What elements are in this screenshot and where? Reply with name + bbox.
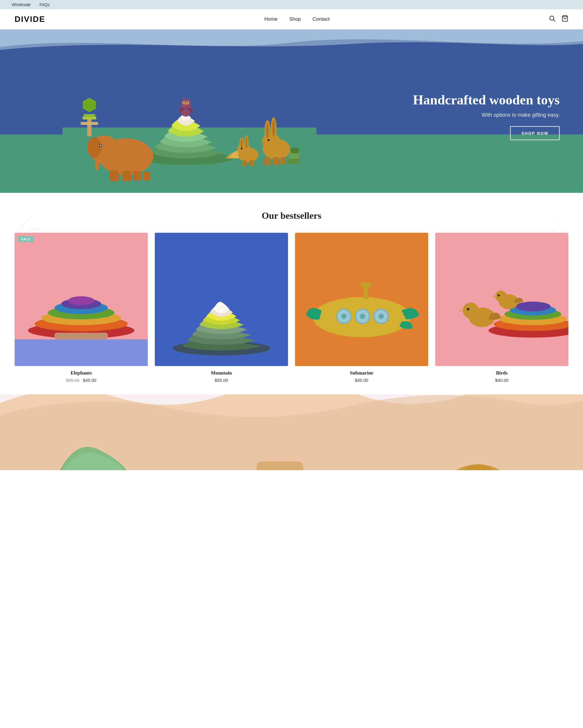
svg-rect-59 xyxy=(55,333,108,339)
svg-point-33 xyxy=(272,120,275,137)
svg-point-15 xyxy=(187,102,188,104)
price-sale-birds: $40.00 xyxy=(495,378,509,383)
svg-rect-7 xyxy=(84,114,95,117)
svg-point-34 xyxy=(268,139,270,141)
product-price-submarine: $45.00 xyxy=(295,378,428,383)
top-bar: Wholesale FAQs xyxy=(0,0,583,9)
product-name-submarine: Submarine xyxy=(295,370,428,376)
svg-point-84 xyxy=(467,308,469,310)
svg-rect-47 xyxy=(249,160,254,166)
svg-point-43 xyxy=(241,139,243,149)
nav-shop[interactable]: Shop xyxy=(289,16,301,22)
svg-rect-5 xyxy=(81,122,98,125)
product-card-submarine[interactable]: Submarine $45.00 xyxy=(295,233,428,383)
nav-home[interactable]: Home xyxy=(265,16,278,22)
product-image-elephants: SALE xyxy=(15,233,148,366)
svg-rect-25 xyxy=(122,171,132,181)
nav-contact[interactable]: Contact xyxy=(312,16,330,22)
svg-rect-46 xyxy=(242,160,247,166)
svg-point-44 xyxy=(245,136,248,148)
svg-point-72 xyxy=(360,314,365,319)
svg-point-80 xyxy=(515,302,551,312)
price-original-elephants: $55.00 xyxy=(66,378,80,383)
svg-point-73 xyxy=(378,314,384,319)
cart-icon[interactable] xyxy=(561,15,568,24)
svg-point-14 xyxy=(183,102,185,104)
product-card-mountain[interactable]: Mountain $55.00 xyxy=(155,233,288,383)
topbar-faqs-link[interactable]: FAQs xyxy=(39,2,50,7)
product-image-mountain xyxy=(155,233,288,366)
svg-rect-26 xyxy=(133,171,141,180)
sale-badge-elephants: SALE xyxy=(18,236,33,242)
header: DIVIDE Home Shop Contact xyxy=(0,9,583,29)
svg-rect-4 xyxy=(87,117,91,136)
svg-point-45 xyxy=(241,148,243,149)
svg-point-11 xyxy=(181,99,191,108)
svg-point-82 xyxy=(463,303,479,318)
hero-subtitle: With options to make gifting easy. xyxy=(413,112,560,118)
product-name-elephants: Elephants xyxy=(15,370,148,376)
product-card-birds[interactable]: Birds $40.00 xyxy=(435,233,568,383)
products-grid: SALE Elephants $55.00 $45.00 xyxy=(15,233,568,383)
svg-marker-18 xyxy=(187,97,190,100)
svg-point-23 xyxy=(100,145,102,147)
svg-rect-38 xyxy=(280,157,286,164)
product-name-birds: Birds xyxy=(435,370,568,376)
svg-rect-48 xyxy=(287,158,300,164)
svg-point-86 xyxy=(495,290,507,302)
topbar-wholesale-link[interactable]: Wholesale xyxy=(12,2,31,7)
bottom-section xyxy=(0,394,583,470)
bestsellers-section: Our bestsellers xyxy=(0,193,583,394)
svg-point-40 xyxy=(237,144,250,155)
svg-rect-90 xyxy=(256,462,303,470)
svg-rect-37 xyxy=(273,157,279,165)
svg-rect-24 xyxy=(110,170,119,181)
svg-rect-27 xyxy=(143,172,150,181)
svg-rect-36 xyxy=(264,157,270,165)
svg-point-32 xyxy=(266,123,269,138)
main-nav: Home Shop Contact xyxy=(265,16,330,22)
hero-content: Handcrafted wooden toys With options to … xyxy=(413,92,560,140)
price-sale-mountain: $55.00 xyxy=(215,378,228,383)
svg-rect-65 xyxy=(348,297,375,311)
product-image-birds xyxy=(435,233,568,366)
product-price-elephants: $55.00 $45.00 xyxy=(15,378,148,383)
header-icons xyxy=(549,15,568,24)
product-card-elephants[interactable]: SALE Elephants $55.00 $45.00 xyxy=(15,233,148,383)
svg-marker-17 xyxy=(182,97,185,100)
product-price-birds: $40.00 xyxy=(435,378,568,383)
search-icon[interactable] xyxy=(549,15,556,24)
price-sale-elephants: $45.00 xyxy=(83,378,96,383)
svg-point-29 xyxy=(262,133,280,149)
price-sale-submarine: $45.00 xyxy=(355,378,368,383)
svg-point-21 xyxy=(87,137,102,158)
svg-rect-6 xyxy=(83,117,96,120)
svg-point-71 xyxy=(341,314,346,319)
svg-marker-8 xyxy=(83,98,96,112)
hero-section: Handcrafted wooden toys With options to … xyxy=(0,29,583,193)
svg-rect-60 xyxy=(15,339,148,366)
bestsellers-title: Our bestsellers xyxy=(15,210,568,221)
svg-point-88 xyxy=(498,294,500,296)
logo[interactable]: DIVIDE xyxy=(15,15,45,24)
toys-scene xyxy=(0,29,379,193)
hero-title: Handcrafted wooden toys xyxy=(413,92,560,108)
product-price-mountain: $55.00 xyxy=(155,378,288,383)
product-image-submarine xyxy=(295,233,428,366)
product-name-mountain: Mountain xyxy=(155,370,288,376)
shop-now-button[interactable]: SHOP NOW xyxy=(510,126,560,140)
svg-rect-50 xyxy=(291,148,299,153)
svg-line-1 xyxy=(553,20,555,22)
svg-point-58 xyxy=(68,296,94,305)
svg-point-35 xyxy=(263,142,265,144)
svg-rect-67 xyxy=(361,283,371,287)
svg-rect-49 xyxy=(289,153,299,159)
